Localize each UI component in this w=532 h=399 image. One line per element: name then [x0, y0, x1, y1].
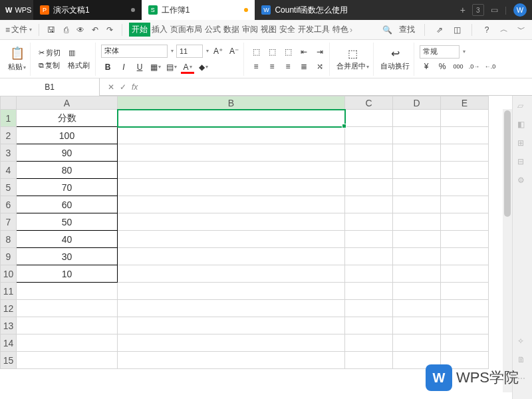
cell-C11[interactable] — [345, 283, 393, 300]
cell-A14[interactable] — [17, 334, 118, 352]
font-name-combo[interactable]: 宋体 — [101, 45, 168, 58]
dec-decimal-icon[interactable]: ←.0 — [483, 60, 497, 73]
search-icon[interactable]: 🔍 — [382, 25, 392, 35]
help-icon[interactable]: ? — [481, 25, 492, 35]
align-middle-icon[interactable]: ⬚ — [265, 45, 279, 59]
cancel-icon[interactable]: ✕ — [108, 82, 114, 92]
orientation-icon[interactable]: ⤭ — [313, 60, 327, 73]
cell-C5[interactable] — [345, 179, 393, 196]
file-menu[interactable]: ≡ 文件 ▾ — [5, 24, 32, 35]
bold-button[interactable]: B — [101, 61, 114, 74]
row-header[interactable]: 11 — [1, 283, 17, 300]
justify-icon[interactable]: ≣ — [297, 60, 311, 73]
paste-group[interactable]: 📋 粘贴▾ — [4, 43, 31, 76]
cell-B3[interactable] — [118, 144, 345, 162]
grow-font-icon[interactable]: A⁺ — [211, 45, 225, 58]
style-tool-icon[interactable]: ◧ — [517, 120, 528, 130]
font-size-combo[interactable]: 11 — [176, 45, 203, 58]
chevron-down-icon[interactable]: ▾ — [171, 48, 174, 54]
cell-B11[interactable] — [118, 283, 345, 300]
cell-D7[interactable] — [393, 213, 441, 231]
indent-dec-icon[interactable]: ⇤ — [297, 45, 311, 59]
cell-D4[interactable] — [393, 162, 441, 179]
row-header[interactable]: 7 — [1, 213, 17, 231]
row-header[interactable]: 12 — [1, 300, 17, 317]
ribbon-tab-data[interactable]: 数据 — [222, 23, 241, 37]
ribbon-tab-view[interactable]: 视图 — [259, 23, 278, 37]
confirm-icon[interactable]: ✓ — [120, 82, 126, 92]
cell-E4[interactable] — [441, 162, 489, 179]
cell-D1[interactable] — [393, 110, 441, 127]
cell-D11[interactable] — [393, 283, 441, 300]
cell-E2[interactable] — [441, 127, 489, 144]
cell-A2[interactable]: 100 — [17, 127, 118, 144]
cell-D3[interactable] — [393, 144, 441, 162]
col-header-E[interactable]: E — [441, 96, 489, 110]
ribbon-tab-devtools[interactable]: 开发工具 — [297, 23, 331, 37]
cell-D12[interactable] — [393, 300, 441, 317]
cut-button[interactable]: ✂剪切 — [36, 47, 63, 59]
cell-C15[interactable] — [345, 352, 393, 369]
ribbon-tab-insert[interactable]: 插入 — [150, 23, 169, 37]
cell-C2[interactable] — [345, 127, 393, 144]
align-bottom-icon[interactable]: ⬚ — [281, 45, 295, 59]
cell-A12[interactable] — [17, 300, 118, 317]
cell-C9[interactable] — [345, 248, 393, 265]
scrollbar-thumb[interactable] — [504, 110, 511, 217]
underline-button[interactable]: U — [133, 61, 146, 74]
cell-A11[interactable] — [17, 283, 118, 300]
formula-input[interactable] — [146, 78, 532, 96]
font-color-button[interactable]: ◆▾ — [197, 61, 210, 74]
tab-count-badge[interactable]: 3 — [472, 4, 484, 16]
cell-A1[interactable]: 分数 — [17, 110, 118, 127]
border-button[interactable]: ▦▾ — [149, 61, 162, 74]
cell-A15[interactable] — [17, 352, 118, 369]
name-box[interactable]: B1 — [0, 78, 100, 96]
align-center-icon[interactable]: ≡ — [265, 60, 279, 73]
cell-D14[interactable] — [393, 334, 441, 352]
col-header-B[interactable]: B — [118, 96, 345, 110]
cell-A5[interactable]: 70 — [17, 179, 118, 196]
layout-tool-icon[interactable]: ⊞ — [517, 138, 528, 149]
align-right-icon[interactable]: ≡ — [281, 60, 295, 73]
cell-D2[interactable] — [393, 127, 441, 144]
col-header-A[interactable]: A — [17, 96, 118, 110]
cell-E13[interactable] — [441, 317, 489, 334]
cell-D9[interactable] — [393, 248, 441, 265]
copy-button[interactable]: ⧉复制 — [36, 60, 63, 71]
align-left-icon[interactable]: ≡ — [249, 60, 263, 73]
tab-presentation[interactable]: P 演示文稿1 — [33, 0, 142, 20]
cell-E8[interactable] — [441, 231, 489, 248]
cell-C10[interactable] — [345, 265, 393, 283]
cell-C1[interactable] — [345, 110, 393, 127]
row-header[interactable]: 8 — [1, 231, 17, 248]
cell-B15[interactable] — [118, 352, 345, 369]
cell-B2[interactable] — [118, 127, 345, 144]
percent-icon[interactable]: % — [436, 60, 449, 73]
cell-D13[interactable] — [393, 317, 441, 334]
cell-A8[interactable]: 40 — [17, 231, 118, 248]
window-icon[interactable]: ◫ — [452, 25, 462, 35]
redo-icon[interactable]: ↷ — [104, 25, 115, 35]
cell-A6[interactable]: 60 — [17, 196, 118, 213]
row-header[interactable]: 6 — [1, 196, 17, 213]
cell-B7[interactable] — [118, 213, 345, 231]
cell-D10[interactable] — [393, 265, 441, 283]
cell-A13[interactable] — [17, 317, 118, 334]
inc-decimal-icon[interactable]: .0→ — [467, 60, 481, 73]
undo-icon[interactable]: ↶ — [90, 25, 100, 35]
row-header[interactable]: 14 — [1, 334, 17, 352]
cell-B14[interactable] — [118, 334, 345, 352]
cell-E9[interactable] — [441, 248, 489, 265]
col-header-D[interactable]: D — [393, 96, 441, 110]
currency-icon[interactable]: ¥ — [420, 60, 433, 73]
collapse-ribbon-icon[interactable]: ︿ — [499, 25, 509, 35]
ribbon-tab-formula[interactable]: 公式 — [203, 23, 222, 37]
cell-E3[interactable] — [441, 144, 489, 162]
cell-B4[interactable] — [118, 162, 345, 179]
ribbon-tab-security[interactable]: 安全 — [278, 23, 297, 37]
row-header[interactable]: 9 — [1, 248, 17, 265]
print-icon[interactable]: ⎙ — [61, 25, 71, 35]
user-avatar[interactable]: W — [513, 3, 527, 17]
row-header[interactable]: 4 — [1, 162, 17, 179]
